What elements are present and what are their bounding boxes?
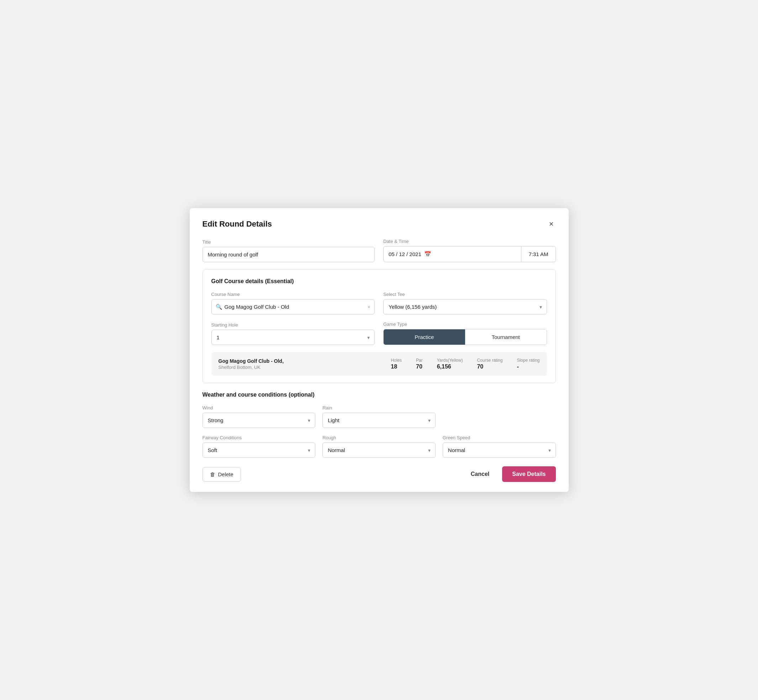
time-part[interactable]: 7:31 AM	[522, 247, 555, 262]
cancel-button[interactable]: Cancel	[465, 467, 495, 481]
course-rating-label: Course rating	[477, 358, 503, 363]
practice-button[interactable]: Practice	[384, 330, 465, 345]
par-value: 70	[416, 364, 423, 370]
rain-select-wrapper: Light ▾	[323, 412, 435, 428]
wind-select-wrapper: Strong ▾	[202, 412, 316, 428]
title-group: Title	[202, 239, 375, 262]
wind-rain-row: Wind Strong ▾ Rain Light ▾	[202, 405, 556, 428]
course-search-wrapper: 🔍 ×	[211, 299, 375, 314]
green-speed-label: Green Speed	[443, 435, 556, 441]
holes-label: Holes	[391, 358, 402, 363]
par-label: Par	[416, 358, 423, 363]
clear-icon[interactable]: ×	[367, 304, 370, 310]
course-rating-stat: Course rating 70	[477, 358, 503, 370]
wind-group: Wind Strong ▾	[202, 405, 316, 428]
rough-group: Rough Normal ▾	[323, 435, 435, 458]
date-time-row: 05 / 12 / 2021 📅 7:31 AM	[383, 246, 556, 262]
trash-icon: 🗑	[210, 471, 215, 477]
modal-title: Edit Round Details	[202, 219, 272, 229]
course-rating-value: 70	[477, 364, 483, 370]
course-location: Shelford Bottom, UK	[219, 364, 391, 370]
rain-select[interactable]: Light	[323, 412, 435, 428]
save-button[interactable]: Save Details	[502, 466, 556, 482]
course-tee-row: Course Name 🔍 × Select Tee Yellow (6,156…	[211, 292, 547, 314]
slope-rating-value: -	[517, 364, 518, 370]
time-value: 7:31 AM	[528, 251, 548, 257]
fairway-select-wrapper: Soft ▾	[202, 442, 316, 458]
edit-round-modal: Edit Round Details × Title Date & Time 0…	[190, 208, 568, 492]
date-part[interactable]: 05 / 12 / 2021 📅	[384, 247, 522, 262]
green-speed-group: Green Speed Normal ▾	[443, 435, 556, 458]
wind-label: Wind	[202, 405, 316, 411]
yards-stat: Yards(Yellow) 6,156	[437, 358, 463, 370]
datetime-label: Date & Time	[383, 239, 556, 244]
wind-select[interactable]: Strong	[202, 412, 316, 428]
yards-label: Yards(Yellow)	[437, 358, 463, 363]
green-speed-select-wrapper: Normal ▾	[443, 442, 556, 458]
delete-button[interactable]: 🗑 Delete	[202, 467, 241, 481]
starting-hole-group: Starting Hole 1 ▾	[211, 322, 375, 345]
course-name-group: Course Name 🔍 ×	[211, 292, 375, 314]
green-speed-select[interactable]: Normal	[443, 442, 556, 458]
course-info-row: Gog Magog Golf Club - Old, Shelford Bott…	[211, 352, 547, 376]
golf-course-title: Golf Course details (Essential)	[211, 278, 547, 284]
golf-course-section: Golf Course details (Essential) Course N…	[202, 269, 556, 383]
starting-hole-wrapper: 1 ▾	[211, 330, 375, 345]
close-button[interactable]: ×	[547, 219, 556, 229]
course-stats: Holes 18 Par 70 Yards(Yellow) 6,156 Cour…	[391, 358, 539, 370]
game-type-group: Game Type Practice Tournament	[383, 322, 547, 345]
fairway-select[interactable]: Soft	[202, 442, 316, 458]
holes-value: 18	[391, 364, 397, 370]
game-type-toggle: Practice Tournament	[383, 329, 547, 345]
title-label: Title	[202, 239, 375, 245]
rain-group: Rain Light ▾	[323, 405, 435, 428]
course-name-input[interactable]	[211, 299, 375, 314]
rough-select-wrapper: Normal ▾	[323, 442, 435, 458]
rough-label: Rough	[323, 435, 435, 441]
hole-gametype-row: Starting Hole 1 ▾ Game Type Practice Tou…	[211, 322, 547, 345]
slope-rating-stat: Slope rating -	[517, 358, 539, 370]
delete-label: Delete	[218, 471, 233, 477]
select-tee-input[interactable]: Yellow (6,156 yards)	[383, 299, 547, 314]
title-datetime-row: Title Date & Time 05 / 12 / 2021 📅 7:31 …	[202, 239, 556, 262]
select-tee-wrapper: Yellow (6,156 yards) ▾	[383, 299, 547, 314]
search-icon: 🔍	[216, 304, 222, 310]
weather-section: Weather and course conditions (optional)…	[202, 392, 556, 458]
course-name-label: Course Name	[211, 292, 375, 297]
holes-stat: Holes 18	[391, 358, 402, 370]
tournament-button[interactable]: Tournament	[465, 330, 547, 345]
datetime-group: Date & Time 05 / 12 / 2021 📅 7:31 AM	[383, 239, 556, 262]
slope-rating-label: Slope rating	[517, 358, 539, 363]
modal-header: Edit Round Details ×	[202, 219, 556, 229]
calendar-icon: 📅	[424, 251, 431, 258]
weather-section-title: Weather and course conditions (optional)	[202, 392, 556, 398]
course-info-name: Gog Magog Golf Club - Old, Shelford Bott…	[219, 358, 391, 370]
date-value: 05 / 12 / 2021	[388, 251, 421, 257]
fairway-group: Fairway Conditions Soft ▾	[202, 435, 316, 458]
select-tee-label: Select Tee	[383, 292, 547, 297]
game-type-label: Game Type	[383, 322, 547, 327]
title-input[interactable]	[202, 247, 375, 262]
yards-value: 6,156	[437, 364, 451, 370]
course-full-name: Gog Magog Golf Club - Old,	[219, 358, 391, 364]
fairway-rough-green-row: Fairway Conditions Soft ▾ Rough Normal ▾	[202, 435, 556, 458]
footer-row: 🗑 Delete Cancel Save Details	[202, 466, 556, 482]
rain-label: Rain	[323, 405, 435, 411]
starting-hole-label: Starting Hole	[211, 322, 375, 328]
footer-right: Cancel Save Details	[465, 466, 556, 482]
rough-select[interactable]: Normal	[323, 442, 435, 458]
select-tee-group: Select Tee Yellow (6,156 yards) ▾	[383, 292, 547, 314]
fairway-label: Fairway Conditions	[202, 435, 316, 441]
par-stat: Par 70	[416, 358, 423, 370]
starting-hole-select[interactable]: 1	[211, 330, 375, 345]
